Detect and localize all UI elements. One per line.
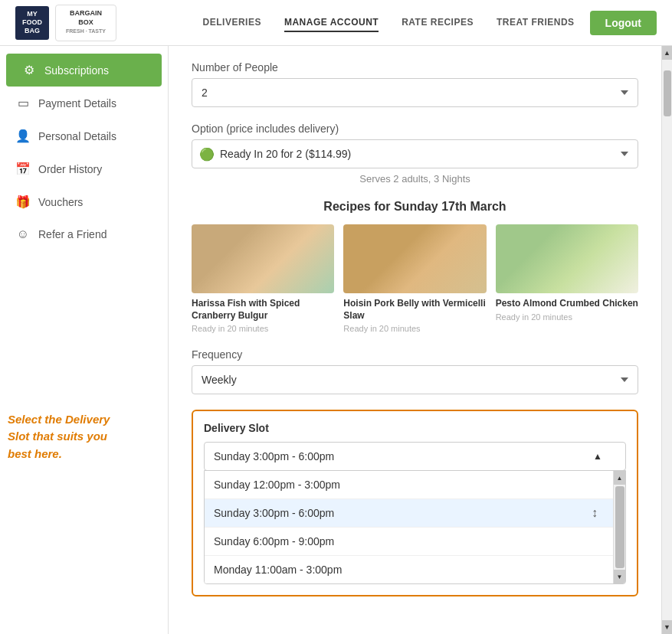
sidebar-label-vouchers: Vouchers (38, 196, 83, 208)
smile-icon: ☺ (15, 227, 31, 241)
sidebar-label-payment-details: Payment Details (38, 97, 116, 109)
serves-text: Serves 2 adults, 3 Nights (192, 173, 638, 185)
delivery-slot-section: Delivery Slot Sunday 3:00pm - 6:00pm ▲ S… (192, 410, 638, 596)
recipes-section: Recipes for Sunday 17th March Harissa Fi… (192, 200, 638, 333)
slot-scrollbar-thumb (615, 486, 624, 568)
recipe-time-2: Ready in 20 minutes (496, 312, 638, 322)
recipe-time-1: Ready in 20 minutes (343, 324, 486, 333)
recipe-image-0 (192, 224, 334, 293)
recipe-name-0: Harissa Fish with Spiced Cranberry Bulgu… (192, 298, 334, 322)
recipe-card-0: Harissa Fish with Spiced Cranberry Bulgu… (192, 224, 334, 333)
slot-option-0[interactable]: Sunday 12:00pm - 3:00pm (205, 471, 613, 499)
gift-icon: 🎁 (15, 194, 31, 209)
sidebar-label-subscriptions: Subscriptions (44, 64, 109, 77)
page-scrollbar-thumb (664, 70, 671, 116)
option-select[interactable]: Ready In 20 for 2 ($114.99) (192, 139, 638, 168)
option-select-wrapper: 🟢 Ready In 20 for 2 ($114.99) (192, 139, 638, 168)
option-group: Option (price includes delivery) 🟢 Ready… (192, 123, 638, 185)
option-icon: 🟢 (199, 147, 215, 162)
annotation-text: Select the Delivery Slot that suits you … (0, 404, 130, 470)
mfb-logo: MYFOODBAG (15, 6, 49, 40)
delivery-slot-dropdown: Sunday 12:00pm - 3:00pm Sunday 3:00pm - … (204, 470, 626, 584)
sidebar: ⚙ Subscriptions ▭ Payment Details 👤 Pers… (0, 46, 169, 634)
nav-treat-friends[interactable]: TREAT FRIENDS (497, 14, 575, 32)
recipes-grid: Harissa Fish with Spiced Cranberry Bulgu… (192, 224, 638, 333)
sidebar-item-payment-details[interactable]: ▭ Payment Details (0, 87, 168, 119)
recipes-title: Recipes for Sunday 17th March (192, 200, 638, 214)
frequency-label: Frequency (192, 348, 638, 361)
recipe-time-0: Ready in 20 minutes (192, 324, 334, 333)
page-scrollbar: ▲ ▼ (661, 46, 672, 634)
sidebar-label-refer-friend: Refer a Friend (38, 228, 107, 240)
page-scroll-down-button[interactable]: ▼ (662, 620, 673, 634)
main-content: Number of People 2 3 4 Option (price inc… (169, 46, 661, 634)
sidebar-item-refer-friend[interactable]: ☺ Refer a Friend (0, 218, 168, 250)
bargain-box-logo: BARGAINBOXFRESH · TASTY (55, 5, 116, 41)
gear-icon: ⚙ (21, 63, 37, 77)
sidebar-label-personal-details: Personal Details (38, 130, 116, 142)
recipe-card-2: Pesto Almond Crumbed Chicken Ready in 20… (496, 224, 638, 333)
recipe-name-1: Hoisin Pork Belly with Vermicelli Slaw (343, 298, 486, 322)
frequency-group: Frequency Weekly Fortnightly (192, 348, 638, 394)
slot-scroll-up[interactable]: ▲ (614, 471, 626, 485)
main-layout: ⚙ Subscriptions ▭ Payment Details 👤 Pers… (0, 46, 672, 634)
frequency-select[interactable]: Weekly Fortnightly (192, 365, 638, 394)
logo-area: MYFOODBAG BARGAINBOXFRESH · TASTY (15, 5, 116, 41)
sidebar-label-order-history: Order History (38, 163, 102, 175)
number-of-people-group: Number of People 2 3 4 (192, 61, 638, 107)
delivery-slot-current-display[interactable]: Sunday 3:00pm - 6:00pm ▲ (204, 442, 626, 471)
sidebar-item-personal-details[interactable]: 👤 Personal Details (0, 119, 168, 152)
delivery-slot-label: Delivery Slot (204, 422, 626, 434)
option-label: Option (price includes delivery) (192, 123, 638, 135)
slot-scroll-down[interactable]: ▼ (614, 570, 626, 583)
calendar-icon: 📅 (15, 162, 31, 176)
person-icon: 👤 (15, 129, 31, 143)
nav-rate-recipes[interactable]: RATE RECIPES (402, 14, 474, 32)
slot-option-3[interactable]: Monday 11:00am - 3:00pm (205, 556, 613, 583)
number-of-people-label: Number of People (192, 61, 638, 74)
slot-option-1[interactable]: Sunday 3:00pm - 6:00pm↕ (205, 499, 613, 528)
sidebar-item-subscriptions[interactable]: ⚙ Subscriptions (6, 54, 162, 87)
slot-option-2[interactable]: Sunday 6:00pm - 9:00pm (205, 528, 613, 556)
chevron-up-icon: ▲ (593, 451, 602, 462)
number-of-people-select[interactable]: 2 3 4 (192, 78, 638, 107)
recipe-image-1 (343, 224, 486, 293)
page-scroll-up-button[interactable]: ▲ (662, 46, 673, 60)
logout-button[interactable]: Logout (590, 11, 657, 35)
main-nav: DELIVERIES MANAGE ACCOUNT RATE RECIPES T… (203, 14, 575, 32)
nav-deliveries[interactable]: DELIVERIES (203, 14, 261, 32)
credit-card-icon: ▭ (15, 96, 31, 110)
delivery-slot-current-text: Sunday 3:00pm - 6:00pm (214, 450, 334, 462)
sidebar-item-vouchers[interactable]: 🎁 Vouchers (0, 185, 168, 218)
recipe-image-2 (496, 224, 638, 293)
recipe-name-2: Pesto Almond Crumbed Chicken (496, 298, 638, 310)
recipe-card-1: Hoisin Pork Belly with Vermicelli Slaw R… (343, 224, 486, 333)
nav-manage-account[interactable]: MANAGE ACCOUNT (284, 14, 379, 32)
sidebar-item-order-history[interactable]: 📅 Order History (0, 152, 168, 185)
header: MYFOODBAG BARGAINBOXFRESH · TASTY DELIVE… (0, 0, 672, 46)
